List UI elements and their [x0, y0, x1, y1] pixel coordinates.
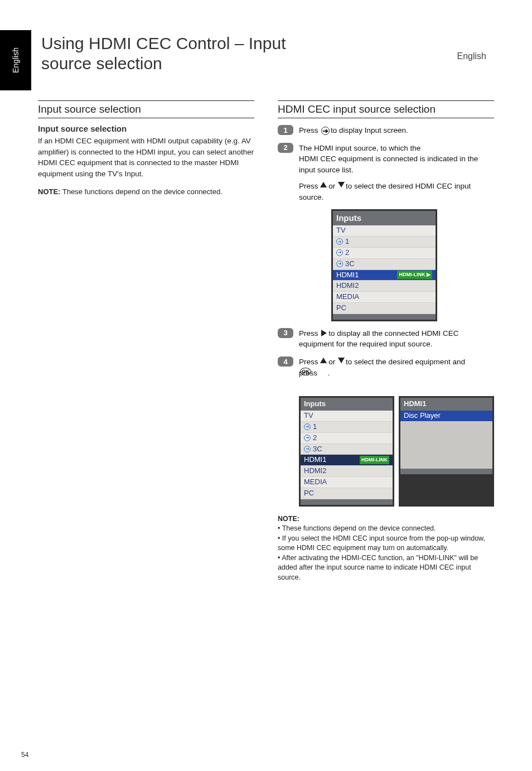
note-body-left: These functions depend on the device con…	[62, 187, 223, 196]
note-3: After activating the HDMI-CEC function, …	[278, 554, 478, 581]
osd2-row-pc[interactable]: PC	[301, 488, 393, 499]
heading-left: Input source selection	[38, 100, 254, 118]
osd2-row-3c[interactable]: 3C	[301, 444, 393, 455]
note-2: If you select the HDMI CEC input source …	[278, 534, 485, 552]
osd-row-tv[interactable]: TV	[333, 225, 436, 237]
osd2-row-tv[interactable]: TV	[301, 411, 393, 422]
arrow-right-icon	[321, 330, 327, 336]
osd-row-hdmi2[interactable]: HDMI2	[333, 281, 436, 292]
side-tab: English	[0, 30, 31, 90]
osd-left: Inputs TV 1 2 3C HDMI1HDMI-LINK HDMI2 ME…	[299, 396, 394, 507]
osd-panel-2: Inputs TV 1 2 3C HDMI1HDMI-LINK HDMI2 ME…	[299, 396, 494, 507]
osd-row-1[interactable]: 1	[333, 237, 436, 248]
arrow-down-icon	[338, 358, 345, 363]
osd-title-2l: Inputs	[301, 398, 393, 411]
step-1: 1 Press to display Input screen.	[278, 125, 494, 136]
section-title-left: Input source selection	[38, 124, 254, 133]
osd2-row-media[interactable]: MEDIA	[301, 477, 393, 488]
source-icon	[304, 446, 311, 452]
heading-right: HDMI CEC input source selection	[278, 100, 494, 118]
osd-footer	[301, 499, 393, 505]
osd2-row-2[interactable]: 2	[301, 433, 393, 444]
note-label-right: NOTE:	[278, 515, 299, 523]
osd2-row-hdmi1[interactable]: HDMI1HDMI-LINK	[301, 455, 393, 466]
step-badge-4: 4	[278, 356, 293, 367]
osd2-row-1[interactable]: 1	[301, 422, 393, 433]
note-right: NOTE: • These functions depend on the de…	[278, 514, 494, 583]
osd-footer	[400, 469, 492, 474]
note-1: These functions depend on the device con…	[282, 524, 436, 532]
osd-row-2[interactable]: 2	[333, 248, 436, 259]
osd2r-row-disc[interactable]: Disc Player	[400, 411, 492, 422]
osd-row-hdmi1[interactable]: HDMI1HDMI-LINK	[333, 270, 436, 281]
hdmi-link-badge: HDMI-LINK	[397, 271, 432, 279]
page-number: 54	[21, 751, 28, 759]
arrow-down-icon	[338, 182, 345, 187]
step-1-label: Press to display Input screen.	[299, 126, 408, 134]
step-4-text: Press or to select the desired equipment…	[299, 356, 494, 507]
osd-panel-1: Inputs TV 1 2 3C HDMI1HDMI-LINK HDMI2 ME…	[331, 209, 437, 321]
note-left: NOTE: These functions depend on the devi…	[38, 187, 254, 197]
step-badge-2: 2	[278, 143, 293, 153]
osd-fill	[400, 422, 492, 469]
source-icon	[336, 249, 343, 256]
source-icon	[304, 423, 311, 430]
section-body-left: If an HDMI CEC equipment with HDMI outpu…	[38, 136, 254, 179]
step-4: 4 Press or to select the desired equipme…	[278, 356, 494, 507]
page: English English 54 Using HDMI CEC Contro…	[0, 0, 532, 771]
hdmi-link-badge: HDMI-LINK	[360, 456, 389, 464]
osd-row-media[interactable]: MEDIA	[333, 292, 436, 303]
note-label-left: NOTE:	[38, 187, 60, 196]
header-language: English	[457, 51, 486, 61]
osd-footer	[333, 314, 436, 320]
source-icon	[304, 435, 311, 441]
source-icon	[336, 238, 343, 245]
osd-title-1: Inputs	[333, 211, 436, 225]
step-3-text: Press to display all the connected HDMI …	[299, 328, 494, 350]
left-column: Input source selection Input source sele…	[38, 100, 254, 582]
content-columns: Input source selection Input source sele…	[38, 100, 494, 582]
source-icon	[336, 261, 343, 267]
page-title: Using HDMI CEC Control – Input source se…	[41, 33, 286, 74]
osd-row-3c[interactable]: 3C	[333, 259, 436, 270]
step-badge-3: 3	[278, 328, 293, 338]
arrow-up-icon	[320, 182, 327, 187]
input-source-icon	[321, 127, 330, 135]
step-badge-1: 1	[278, 125, 293, 135]
step-3: 3 Press to display all the connected HDM…	[278, 328, 494, 350]
osd2-row-hdmi2[interactable]: HDMI2	[301, 466, 393, 477]
osd-right: HDMI1 Disc Player	[399, 396, 494, 507]
osd-row-pc[interactable]: PC	[333, 303, 436, 314]
step-2-text: The HDMI input source, to which the HDMI…	[299, 143, 494, 321]
step-2: 2 The HDMI input source, to which the HD…	[278, 143, 494, 321]
right-column: HDMI CEC input source selection 1 Press …	[278, 100, 494, 582]
arrow-up-icon	[320, 358, 327, 363]
ok-button-icon: OK	[300, 368, 311, 375]
osd-title-2r: HDMI1	[400, 398, 492, 411]
step-1-text: Press to display Input screen.	[299, 125, 494, 136]
